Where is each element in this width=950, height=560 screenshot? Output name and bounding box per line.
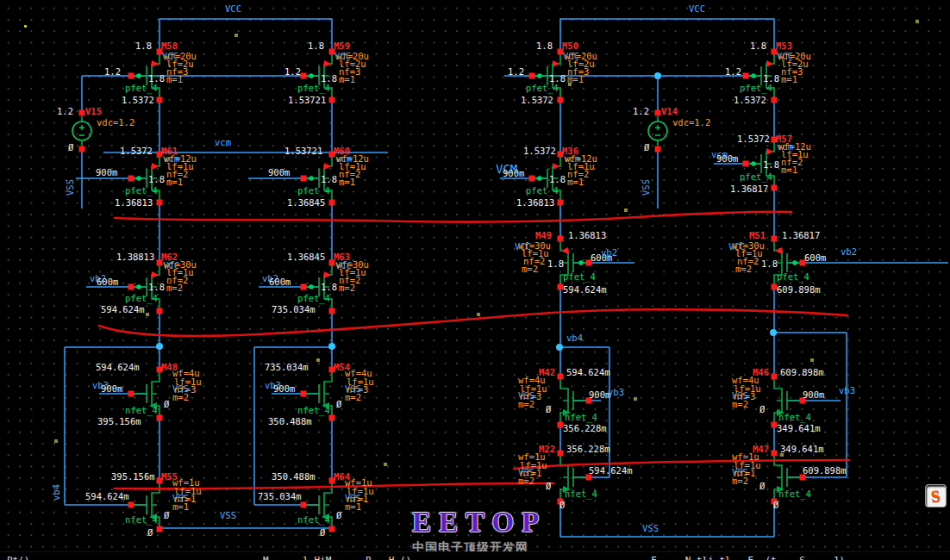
param-m: m=1 (567, 76, 584, 84)
status-center: M l HiM R H () (263, 555, 411, 560)
bulk-voltage: 1.8 (321, 283, 337, 291)
bulk-voltage: Ø (336, 512, 341, 520)
bulk-voltage: Ø (759, 406, 765, 414)
net-label-vss-right[interactable]: VSS (642, 525, 659, 532)
drain-voltage: 1.36813 (568, 232, 606, 240)
drain-voltage: 1.5372 (523, 147, 556, 155)
net-label-vss-left[interactable]: VSS (220, 512, 236, 520)
cell-name: pfet_4 (125, 187, 158, 195)
net-label-vb4-mid[interactable]: vb4 (566, 334, 583, 342)
cell-name: pfet_4 (125, 295, 158, 302)
gate-voltage: 600m (804, 254, 826, 262)
net-label-vcc-left[interactable]: VCC (225, 5, 241, 13)
gate-voltage: 600m (269, 278, 291, 286)
drain-voltage: 1.8 (750, 42, 766, 50)
param-m: m=2 (339, 284, 355, 292)
bulk-voltage: Ø (759, 482, 765, 490)
bulk-voltage: 1.8 (547, 260, 564, 268)
source-voltage: 1.36845 (287, 199, 325, 207)
bulk-voltage: 1.8 (148, 75, 165, 83)
bulk-voltage: 1.8 (761, 260, 778, 268)
instance-name[interactable]: M50 (562, 42, 578, 50)
forum-attachment-badge: S (925, 484, 947, 507)
cell-name: pfet_4 (563, 273, 596, 281)
source-voltage: 609.898m (777, 286, 821, 294)
drain-voltage: 735.034m (265, 364, 309, 371)
bulk-voltage: 1.8 (148, 176, 165, 184)
param-m: m=1 (781, 166, 797, 174)
status-left: Pt() (7, 555, 30, 560)
instance-name[interactable]: M53 (776, 42, 792, 50)
cell-name: pfet_4 (526, 84, 559, 92)
cell-name: nfet_4 (125, 407, 158, 414)
net-label-vcc-right[interactable]: VCC (689, 5, 705, 13)
drain-voltage: 356.228m (566, 445, 610, 453)
gate-voltage: 594.624m (589, 467, 633, 475)
cell-name: pfet_4 (297, 187, 330, 195)
param-m: m=2 (518, 401, 534, 408)
source-node-voltage: 1.2 (633, 108, 649, 115)
param-m: m=1 (166, 178, 183, 186)
bulk-voltage: 1.8 (148, 283, 165, 291)
marker-line-1 (115, 212, 791, 222)
bulk-voltage: 1.8 (763, 75, 779, 83)
net-label-vcm[interactable]: vcm (215, 139, 231, 146)
param-m: m=2 (735, 265, 752, 273)
gate-voltage: 1.2 (104, 68, 121, 76)
marker-line-2 (99, 309, 847, 336)
gate-voltage: 1.2 (725, 68, 741, 76)
param-m: m=1 (166, 76, 183, 84)
cell-name: pfet_4 (740, 84, 772, 92)
param-m: m=2 (732, 477, 748, 485)
net-label-vb2[interactable]: vb2 (601, 249, 617, 257)
net-label-vb2[interactable]: vb2 (841, 248, 857, 256)
instance-name[interactable]: V14 (661, 108, 678, 115)
drain-voltage: 1.8 (135, 42, 152, 50)
node-voltage-zero: Ø (644, 144, 649, 152)
schematic-wires[interactable] (65, 19, 948, 537)
drain-voltage: 1.5372 (737, 135, 770, 143)
net-label-vss-v14[interactable]: VSS (642, 179, 650, 196)
instance-name[interactable]: M51 (749, 232, 766, 240)
drain-voltage: 594.624m (96, 364, 140, 371)
net-label-vb3[interactable]: vb3 (839, 387, 855, 395)
cell-name: pfet_4 (297, 295, 330, 302)
gate-voltage: 1.2 (508, 68, 524, 76)
param-m: m=2 (166, 284, 183, 292)
net-label-vss-v15[interactable]: VSS (66, 179, 74, 196)
virtuoso-schematic-canvas[interactable]: VCCVCCvcmvb4VSSVSSVSSVSSvb41.2V15vdc=1.2… (0, 0, 950, 560)
param-m: m=1 (345, 503, 361, 511)
instance-name[interactable]: M49 (535, 232, 552, 240)
source-voltage: Ø (320, 529, 325, 537)
net-label-vb3[interactable]: vb3 (608, 389, 624, 396)
bulk-voltage: Ø (546, 482, 551, 490)
source-voltage: 1.5372 (521, 96, 553, 104)
net-label-vb4-left[interactable]: vb4 (53, 484, 60, 501)
param-vdc: vdc=1.2 (672, 119, 710, 127)
bulk-voltage: 1.8 (549, 75, 566, 83)
param-m: m=2 (522, 265, 538, 273)
gate-voltage: 735.034m (258, 493, 302, 501)
watermark-title: EETOP (412, 507, 602, 538)
param-vdc: vdc=1.2 (97, 119, 134, 127)
source-voltage: 1.5372 (734, 96, 766, 104)
source-voltage: 594.624m (563, 286, 607, 294)
drain-voltage: 1.5372 (120, 147, 153, 155)
source-voltage: 1.36817 (730, 185, 768, 193)
source-voltage: 1.36813 (115, 199, 153, 207)
drain-voltage: 1.53721 (284, 147, 322, 155)
param-m: m=1 (567, 178, 584, 186)
gate-voltage: 1.2 (284, 68, 301, 76)
param-m: m=2 (732, 401, 748, 408)
gate-voltage: 900m (101, 385, 122, 393)
cell-name: pfet_4 (777, 273, 809, 281)
source-voltage: 735.034m (272, 306, 316, 314)
cell-name: nfet_4 (297, 407, 330, 414)
source-voltage: Ø (773, 501, 778, 509)
param-m: m=1 (781, 76, 797, 84)
grid-origin-marker (24, 25, 27, 28)
instance-name[interactable]: M58 (161, 42, 178, 50)
instance-name[interactable]: M59 (334, 42, 350, 50)
drain-voltage: 1.36817 (782, 232, 820, 240)
instance-name[interactable]: V15 (85, 108, 102, 115)
